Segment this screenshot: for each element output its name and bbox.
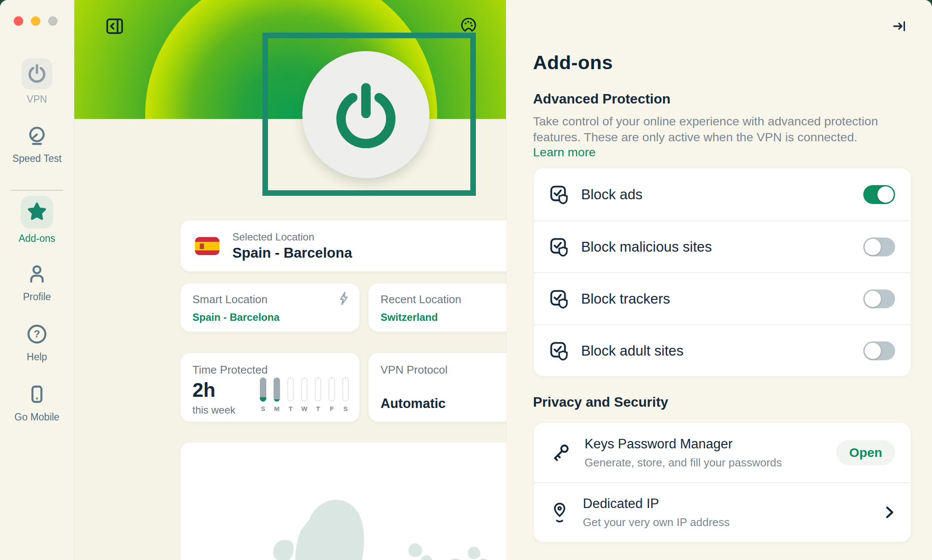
shield-check-icon	[549, 185, 569, 204]
sidebar-item-speed-test[interactable]: Speed Test	[0, 125, 74, 164]
lightning-bolt-icon	[337, 291, 350, 307]
sidebar-item-vpn[interactable]: VPN	[0, 58, 74, 105]
open-keys-button[interactable]: Open	[836, 440, 895, 465]
chevron-right-icon	[885, 505, 895, 520]
privacy-security-card: Keys Password Manager Generate, store, a…	[534, 423, 911, 542]
keys-password-manager-row[interactable]: Keys Password Manager Generate, store, a…	[534, 423, 911, 482]
shield-check-icon	[549, 289, 569, 309]
day-bar	[301, 377, 308, 402]
add-ons-tile	[21, 196, 53, 228]
selected-location-value: Spain - Barcelona	[232, 245, 527, 261]
section-heading-advanced-protection: Advanced Protection	[533, 91, 670, 107]
learn-more-link[interactable]: Learn more	[533, 145, 596, 159]
vpn-tile	[21, 58, 52, 89]
toggle-label: Block trackers	[581, 291, 863, 307]
vpn-app-window: VPN Speed Test Add-ons	[0, 0, 932, 560]
collapse-sidebar-icon	[106, 29, 123, 36]
day-bar	[342, 377, 349, 402]
toggle-row-block-malicious-sites: Block malicious sites	[534, 220, 911, 272]
block-adult-sites-toggle[interactable]	[863, 341, 895, 360]
sidebar: VPN Speed Test Add-ons	[0, 0, 74, 560]
weekly-protection-chart: SMTWTFS	[260, 377, 349, 412]
sidebar-item-label: Add-ons	[18, 233, 55, 244]
spain-flag-icon	[195, 237, 219, 255]
day-bar	[260, 377, 266, 402]
smart-location-value: Spain - Barcelona	[192, 311, 347, 323]
advanced-protection-card: Block ads Block malicious sites	[534, 168, 911, 376]
day-bar	[315, 377, 321, 402]
go-mobile-icon	[26, 383, 48, 407]
shield-check-icon	[549, 341, 569, 361]
time-protected-card: Time Protected 2h this week SMTWTFS	[180, 353, 359, 422]
sidebar-item-go-mobile[interactable]: Go Mobile	[0, 383, 74, 423]
day-bar	[287, 377, 294, 402]
map-pin-icon	[549, 501, 570, 523]
sidebar-item-profile[interactable]: Profile	[0, 263, 74, 303]
world-map-card	[180, 442, 553, 560]
dedicated-ip-row[interactable]: Dedicated IP Get your very own IP addres…	[534, 482, 911, 542]
svg-text:?: ?	[34, 328, 40, 340]
selected-location-card[interactable]: Selected Location Spain - Barcelona	[180, 220, 553, 271]
fullscreen-window-button[interactable]	[48, 16, 58, 26]
theme-button[interactable]	[459, 16, 478, 35]
close-window-button[interactable]	[14, 16, 23, 26]
toggle-row-block-adult-sites: Block adult sites	[534, 324, 911, 376]
power-icon	[27, 63, 47, 85]
sidebar-item-label: Go Mobile	[15, 411, 60, 423]
smart-location-label: Smart Location	[192, 293, 347, 306]
time-protected-label: Time Protected	[192, 363, 347, 377]
block-trackers-toggle[interactable]	[863, 289, 895, 308]
page-title: Add-ons	[533, 52, 613, 74]
connect-power-button[interactable]	[302, 51, 429, 178]
profile-icon	[26, 263, 48, 287]
toggle-label: Block ads	[581, 186, 863, 203]
sidebar-item-label: Speed Test	[12, 153, 62, 164]
sidebar-item-label: Profile	[23, 291, 51, 303]
toggle-label: Block adult sites	[581, 343, 863, 359]
addons-panel: Add-ons Advanced Protection Take control…	[506, 0, 932, 560]
minimize-window-button[interactable]	[31, 16, 40, 26]
day-labels: SMTWTFS	[260, 405, 349, 412]
item-subtitle: Generate, store, and fill your passwords	[585, 456, 836, 469]
sidebar-item-help[interactable]: ? Help	[0, 323, 74, 363]
vpn-panel: Selected Location Spain - Barcelona Smar…	[74, 0, 506, 560]
speed-test-icon	[26, 125, 48, 149]
window-controls	[14, 16, 58, 26]
selected-location-label: Selected Location	[232, 231, 527, 243]
expand-panel-button[interactable]	[891, 18, 907, 34]
power-icon	[332, 80, 400, 149]
block-malicious-sites-toggle[interactable]	[863, 237, 895, 256]
section-heading-privacy-security: Privacy and Security	[533, 394, 668, 410]
block-ads-toggle[interactable]	[863, 185, 895, 204]
palette-icon	[459, 30, 478, 37]
vpn-protocol-label: VPN Protocol	[381, 363, 448, 377]
arrow-to-bar-right-icon	[891, 29, 907, 36]
sidebar-item-label: VPN	[27, 94, 47, 105]
star-icon	[27, 201, 47, 223]
help-icon: ?	[26, 323, 48, 347]
sidebar-item-add-ons[interactable]: Add-ons	[0, 196, 74, 244]
connection-hero	[74, 0, 506, 119]
sidebar-divider	[11, 190, 63, 191]
item-subtitle: Get your very own IP address	[583, 516, 885, 529]
toggle-label: Block malicious sites	[581, 239, 863, 255]
world-map-graphic	[180, 466, 553, 560]
section-description: Take control of your online experience w…	[533, 113, 898, 145]
item-title: Dedicated IP	[583, 496, 885, 511]
key-icon	[549, 441, 572, 464]
item-title: Keys Password Manager	[585, 436, 836, 452]
vpn-protocol-value: Automatic	[381, 396, 446, 411]
smart-location-card[interactable]: Smart Location Spain - Barcelona	[180, 283, 359, 332]
collapse-sidebar-button[interactable]	[106, 18, 123, 34]
toggle-row-block-trackers: Block trackers	[534, 272, 911, 324]
day-bar	[274, 377, 280, 402]
toggle-row-block-ads: Block ads	[534, 168, 911, 220]
sidebar-item-label: Help	[27, 351, 47, 363]
shield-check-icon	[549, 237, 569, 257]
day-bar	[329, 377, 335, 402]
